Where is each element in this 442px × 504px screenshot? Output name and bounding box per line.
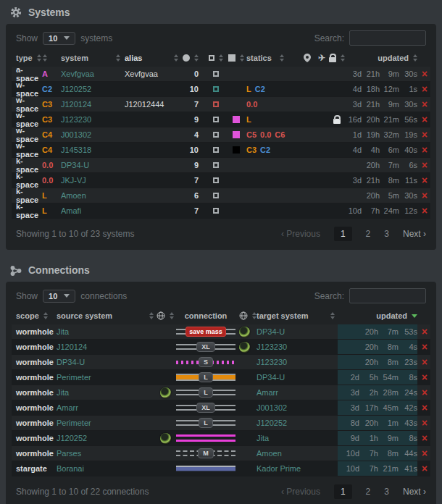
delete-connection-button[interactable]: × [422, 418, 428, 428]
page-2-button[interactable]: 2 [366, 229, 371, 239]
system-name-link[interactable]: J145318 [61, 146, 91, 154]
delete-system-button[interactable]: × [422, 130, 428, 140]
col-rally[interactable]: ✈ [314, 53, 329, 63]
next-button[interactable]: Next › [403, 487, 426, 497]
system-name-link[interactable]: Amoen [61, 191, 86, 200]
status-square-icon[interactable] [213, 117, 219, 122]
system-name-link[interactable]: Amafi [61, 206, 81, 215]
delete-connection-button[interactable]: × [422, 463, 428, 474]
col-pilots[interactable] [180, 54, 206, 62]
col-updated[interactable]: updated [338, 311, 417, 320]
source-system-link[interactable]: J120124 [57, 343, 87, 351]
connection-line[interactable] [176, 433, 235, 444]
status-square-icon[interactable] [213, 132, 219, 138]
delete-connection-button[interactable]: × [422, 403, 428, 413]
target-system-link[interactable]: DP34-U [257, 373, 285, 382]
system-name-link[interactable]: J120252 [61, 85, 91, 93]
delete-system-button[interactable]: × [422, 114, 428, 125]
delete-system-button[interactable]: × [422, 69, 428, 79]
delete-connection-button[interactable]: × [422, 387, 428, 398]
next-button[interactable]: Next › [403, 229, 426, 239]
col-system[interactable]: system [61, 54, 125, 62]
target-system-link[interactable]: Jita [257, 434, 269, 442]
delete-connection-button[interactable]: × [422, 357, 428, 367]
target-system-link[interactable]: Kador Prime [257, 464, 301, 473]
delete-system-button[interactable]: × [422, 175, 428, 185]
systems-page-size-select[interactable]: 10 [43, 32, 75, 45]
delete-connection-button[interactable]: × [422, 448, 428, 458]
systems-search-input[interactable] [349, 30, 426, 46]
system-name-link[interactable]: JKJ-VJ [61, 176, 86, 185]
col-tag[interactable] [226, 54, 246, 62]
connection-line[interactable]: M [176, 448, 235, 459]
system-name-link[interactable]: J123230 [61, 115, 91, 124]
page-1-button[interactable]: 1 [334, 227, 352, 241]
page-3-button[interactable]: 3 [384, 229, 389, 239]
col-updated[interactable]: updated [345, 54, 417, 62]
connection-line[interactable]: L [176, 418, 235, 429]
delete-system-button[interactable]: × [422, 160, 428, 170]
previous-button[interactable]: ‹ Previous [281, 229, 320, 239]
status-square-icon[interactable] [213, 177, 219, 183]
col-locked[interactable] [329, 54, 345, 62]
delete-system-button[interactable]: × [422, 145, 428, 155]
col-region[interactable] [300, 54, 314, 62]
delete-system-button[interactable]: × [422, 84, 428, 94]
target-system-link[interactable]: J001302 [257, 403, 287, 412]
system-name-link[interactable]: J120124 [61, 100, 91, 109]
page-3-button[interactable]: 3 [384, 487, 389, 497]
target-system-link[interactable]: DP34-U [257, 327, 285, 336]
status-square-icon[interactable] [213, 193, 219, 198]
system-name-link[interactable]: DP34-U [61, 161, 89, 169]
connection-line[interactable]: S [176, 357, 235, 368]
delete-connection-button[interactable]: × [422, 433, 428, 443]
col-target-system[interactable]: target system [257, 311, 338, 320]
connection-line[interactable]: L [176, 387, 235, 398]
connections-search-input[interactable] [349, 288, 426, 303]
target-system-link[interactable]: Amarr [257, 388, 278, 397]
source-system-link[interactable]: Parses [57, 449, 81, 458]
connections-page-size-select[interactable]: 10 [43, 290, 75, 303]
previous-button[interactable]: ‹ Previous [281, 487, 320, 497]
system-name-link[interactable]: J001302 [61, 130, 91, 139]
col-target-globe[interactable] [238, 311, 257, 320]
col-scope[interactable]: scope [12, 311, 57, 320]
connection-line[interactable] [176, 463, 235, 474]
delete-connection-button[interactable]: × [422, 342, 428, 352]
target-system-link[interactable]: J123230 [257, 358, 287, 366]
status-square-icon[interactable] [213, 208, 219, 214]
connection-line[interactable]: L [176, 372, 235, 383]
target-system-link[interactable]: J120252 [257, 419, 287, 427]
status-square-icon[interactable] [213, 147, 219, 153]
source-system-link[interactable]: Perimeter [57, 419, 91, 427]
status-square-icon[interactable] [213, 162, 219, 168]
source-system-link[interactable]: Perimeter [57, 373, 91, 382]
status-square-icon[interactable] [213, 101, 219, 107]
source-system-link[interactable]: J120252 [57, 434, 87, 442]
col-source-system[interactable]: source system [57, 311, 157, 320]
col-status[interactable] [206, 54, 226, 62]
col-source-globe[interactable] [157, 311, 174, 320]
col-alias[interactable]: alias [125, 54, 180, 62]
status-square-icon[interactable] [213, 86, 219, 92]
source-system-link[interactable]: Jita [57, 388, 69, 397]
col-type[interactable]: type [12, 54, 42, 62]
source-system-link[interactable]: Jita [57, 327, 69, 336]
delete-system-button[interactable]: × [422, 190, 428, 201]
target-system-link[interactable]: J123230 [257, 343, 287, 351]
delete-connection-button[interactable]: × [422, 327, 428, 337]
connection-line[interactable]: XL [176, 403, 235, 413]
col-security[interactable] [42, 54, 61, 62]
delete-connection-button[interactable]: × [422, 372, 428, 382]
source-system-link[interactable]: DP34-U [57, 358, 85, 366]
delete-system-button[interactable]: × [422, 99, 428, 109]
source-system-link[interactable]: Boranai [57, 464, 84, 473]
page-2-button[interactable]: 2 [366, 487, 371, 497]
target-system-link[interactable]: Amoen [257, 449, 282, 458]
system-name-link[interactable]: Xevfgvaa [61, 70, 94, 78]
status-square-icon[interactable] [213, 71, 219, 77]
source-system-link[interactable]: Amarr [57, 403, 78, 412]
delete-system-button[interactable]: × [422, 206, 428, 216]
connection-line[interactable]: XL [176, 342, 235, 353]
connection-line[interactable]: save mass [176, 327, 235, 337]
